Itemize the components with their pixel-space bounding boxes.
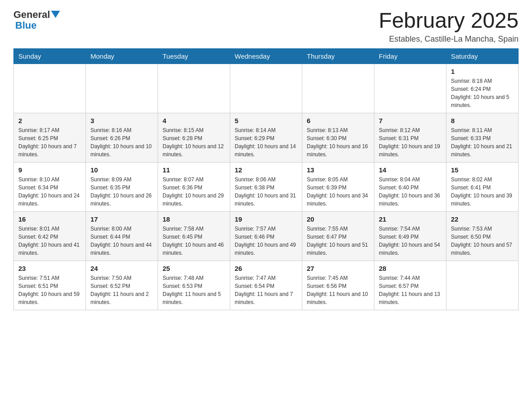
calendar-week-row: 9Sunrise: 8:10 AMSunset: 6:34 PMDaylight… [14, 162, 519, 211]
calendar-cell: 5Sunrise: 8:14 AMSunset: 6:29 PMDaylight… [230, 113, 302, 162]
day-number: 17 [90, 215, 153, 223]
calendar-cell: 3Sunrise: 8:16 AMSunset: 6:26 PMDaylight… [86, 113, 158, 162]
day-info: Sunrise: 7:44 AMSunset: 6:57 PMDaylight:… [379, 274, 442, 306]
calendar-cell: 2Sunrise: 8:17 AMSunset: 6:25 PMDaylight… [14, 113, 86, 162]
day-info: Sunrise: 7:45 AMSunset: 6:56 PMDaylight:… [307, 274, 369, 306]
day-of-week-header: Tuesday [158, 48, 230, 64]
calendar-cell: 26Sunrise: 7:47 AMSunset: 6:54 PMDayligh… [230, 261, 302, 310]
day-info: Sunrise: 7:55 AMSunset: 6:47 PMDaylight:… [307, 225, 369, 257]
day-info: Sunrise: 8:07 AMSunset: 6:36 PMDaylight:… [163, 176, 225, 208]
calendar-cell: 7Sunrise: 8:12 AMSunset: 6:31 PMDaylight… [374, 113, 446, 162]
calendar-cell [158, 64, 230, 113]
day-info: Sunrise: 7:47 AMSunset: 6:54 PMDaylight:… [235, 274, 297, 306]
calendar-week-row: 2Sunrise: 8:17 AMSunset: 6:25 PMDaylight… [14, 113, 519, 162]
calendar-week-row: 23Sunrise: 7:51 AMSunset: 6:51 PMDayligh… [14, 261, 519, 310]
calendar-cell: 13Sunrise: 8:05 AMSunset: 6:39 PMDayligh… [302, 162, 374, 211]
day-number: 15 [451, 166, 514, 174]
day-info: Sunrise: 8:06 AMSunset: 6:38 PMDaylight:… [235, 176, 297, 208]
calendar-cell [302, 64, 374, 113]
calendar-week-row: 16Sunrise: 8:01 AMSunset: 6:42 PMDayligh… [14, 211, 519, 261]
calendar-cell: 23Sunrise: 7:51 AMSunset: 6:51 PMDayligh… [14, 261, 86, 310]
day-info: Sunrise: 8:15 AMSunset: 6:28 PMDaylight:… [163, 126, 225, 158]
day-info: Sunrise: 8:16 AMSunset: 6:26 PMDaylight:… [90, 126, 153, 158]
calendar-cell: 24Sunrise: 7:50 AMSunset: 6:52 PMDayligh… [86, 261, 158, 310]
calendar-cell [86, 64, 158, 113]
day-info: Sunrise: 8:09 AMSunset: 6:35 PMDaylight:… [90, 176, 153, 208]
day-number: 1 [451, 68, 514, 75]
title-area: February 2025 Estables, Castille-La Manc… [379, 9, 519, 44]
calendar-cell [14, 64, 86, 113]
day-number: 4 [163, 117, 225, 124]
day-number: 12 [235, 166, 297, 174]
calendar-cell: 22Sunrise: 7:53 AMSunset: 6:50 PMDayligh… [446, 211, 519, 261]
calendar-cell: 20Sunrise: 7:55 AMSunset: 6:47 PMDayligh… [302, 211, 374, 261]
calendar-table: SundayMondayTuesdayWednesdayThursdayFrid… [13, 48, 519, 310]
day-info: Sunrise: 7:58 AMSunset: 6:45 PMDaylight:… [163, 225, 225, 257]
day-number: 16 [18, 215, 81, 223]
day-info: Sunrise: 8:02 AMSunset: 6:41 PMDaylight:… [451, 176, 514, 208]
calendar-cell: 6Sunrise: 8:13 AMSunset: 6:30 PMDaylight… [302, 113, 374, 162]
day-info: Sunrise: 8:04 AMSunset: 6:40 PMDaylight:… [379, 176, 442, 208]
calendar-cell: 17Sunrise: 8:00 AMSunset: 6:44 PMDayligh… [86, 211, 158, 261]
calendar-cell: 25Sunrise: 7:48 AMSunset: 6:53 PMDayligh… [158, 261, 230, 310]
day-number: 3 [90, 117, 153, 124]
day-info: Sunrise: 7:53 AMSunset: 6:50 PMDaylight:… [451, 225, 514, 257]
days-header-row: SundayMondayTuesdayWednesdayThursdayFrid… [14, 48, 519, 64]
day-number: 25 [163, 265, 225, 272]
day-number: 14 [379, 166, 442, 174]
day-number: 13 [307, 166, 369, 174]
day-number: 20 [307, 215, 369, 223]
calendar-cell [230, 64, 302, 113]
day-info: Sunrise: 8:00 AMSunset: 6:44 PMDaylight:… [90, 225, 153, 257]
day-number: 9 [18, 166, 81, 174]
day-number: 11 [163, 166, 225, 174]
day-info: Sunrise: 8:17 AMSunset: 6:25 PMDaylight:… [18, 126, 81, 158]
day-number: 28 [379, 265, 442, 272]
day-info: Sunrise: 7:54 AMSunset: 6:49 PMDaylight:… [379, 225, 442, 257]
day-number: 10 [90, 166, 153, 174]
month-title: February 2025 [379, 9, 519, 33]
calendar-cell: 19Sunrise: 7:57 AMSunset: 6:46 PMDayligh… [230, 211, 302, 261]
day-number: 23 [18, 265, 81, 272]
calendar-cell: 16Sunrise: 8:01 AMSunset: 6:42 PMDayligh… [14, 211, 86, 261]
day-info: Sunrise: 8:01 AMSunset: 6:42 PMDaylight:… [18, 225, 81, 257]
calendar-week-row: 1Sunrise: 8:18 AMSunset: 6:24 PMDaylight… [14, 64, 519, 113]
day-number: 27 [307, 265, 369, 272]
day-of-week-header: Saturday [446, 48, 519, 64]
calendar-cell: 12Sunrise: 8:06 AMSunset: 6:38 PMDayligh… [230, 162, 302, 211]
day-info: Sunrise: 8:13 AMSunset: 6:30 PMDaylight:… [307, 126, 369, 158]
calendar-cell: 18Sunrise: 7:58 AMSunset: 6:45 PMDayligh… [158, 211, 230, 261]
day-number: 24 [90, 265, 153, 272]
logo-triangle-icon [51, 11, 60, 18]
calendar-cell: 27Sunrise: 7:45 AMSunset: 6:56 PMDayligh… [302, 261, 374, 310]
day-info: Sunrise: 7:51 AMSunset: 6:51 PMDaylight:… [18, 274, 81, 306]
day-of-week-header: Monday [86, 48, 158, 64]
calendar-cell: 11Sunrise: 8:07 AMSunset: 6:36 PMDayligh… [158, 162, 230, 211]
day-info: Sunrise: 8:10 AMSunset: 6:34 PMDaylight:… [18, 176, 81, 208]
page-header: General Blue February 2025 Estables, Cas… [13, 9, 519, 44]
day-number: 21 [379, 215, 442, 223]
logo-general-text: General [13, 9, 50, 21]
day-number: 26 [235, 265, 297, 272]
calendar-cell: 14Sunrise: 8:04 AMSunset: 6:40 PMDayligh… [374, 162, 446, 211]
calendar-cell [446, 261, 519, 310]
day-info: Sunrise: 8:18 AMSunset: 6:24 PMDaylight:… [451, 77, 514, 109]
day-of-week-header: Sunday [14, 48, 86, 64]
day-info: Sunrise: 7:48 AMSunset: 6:53 PMDaylight:… [163, 274, 225, 306]
day-number: 5 [235, 117, 297, 124]
day-number: 18 [163, 215, 225, 223]
day-info: Sunrise: 8:05 AMSunset: 6:39 PMDaylight:… [307, 176, 369, 208]
day-number: 2 [18, 117, 81, 124]
calendar-cell: 1Sunrise: 8:18 AMSunset: 6:24 PMDaylight… [446, 64, 519, 113]
calendar-cell: 9Sunrise: 8:10 AMSunset: 6:34 PMDaylight… [14, 162, 86, 211]
day-info: Sunrise: 8:12 AMSunset: 6:31 PMDaylight:… [379, 126, 442, 158]
calendar-cell: 10Sunrise: 8:09 AMSunset: 6:35 PMDayligh… [86, 162, 158, 211]
calendar-cell: 8Sunrise: 8:11 AMSunset: 6:33 PMDaylight… [446, 113, 519, 162]
day-info: Sunrise: 8:11 AMSunset: 6:33 PMDaylight:… [451, 126, 514, 158]
calendar-cell [374, 64, 446, 113]
day-of-week-header: Friday [374, 48, 446, 64]
logo-blue-text: Blue [15, 20, 37, 31]
day-of-week-header: Thursday [302, 48, 374, 64]
day-number: 22 [451, 215, 514, 223]
day-number: 19 [235, 215, 297, 223]
